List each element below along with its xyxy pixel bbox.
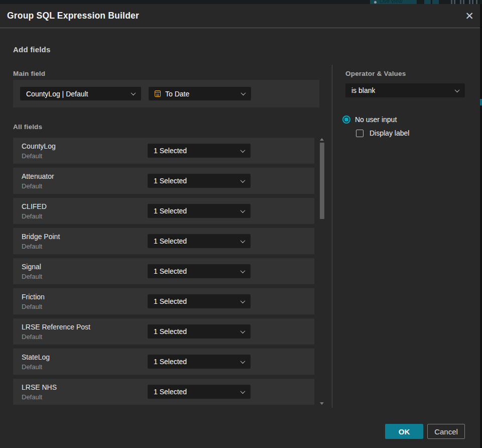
close-icon[interactable]: ✕ <box>461 8 478 25</box>
ok-button[interactable]: OK <box>385 424 423 439</box>
values-select-value: 1 Selected <box>154 358 187 366</box>
scroll-up-icon[interactable] <box>320 138 324 141</box>
screen: Live view Group SQL Expression Builder ✕… <box>0 0 482 448</box>
add-fields-heading: Add fields <box>13 45 51 54</box>
values-select-value: 1 Selected <box>154 237 187 245</box>
field-name: Bridge Point <box>22 233 60 241</box>
field-values-select[interactable]: 1 Selected <box>148 234 251 248</box>
field-row-statelog: StateLog Default 1 Selected <box>13 349 314 375</box>
toolbar-bar-icon <box>460 0 461 4</box>
toolbar-bar-icon <box>472 0 473 4</box>
chevron-down-icon <box>131 90 136 95</box>
checkbox-unchecked-icon <box>356 130 364 137</box>
chevron-down-icon <box>240 178 246 183</box>
field-values-select[interactable]: 1 Selected <box>148 355 251 369</box>
field-layer: Default <box>22 212 42 220</box>
cancel-button[interactable]: Cancel <box>427 424 465 439</box>
background-app-edge <box>480 4 482 448</box>
main-field-label: Main field <box>13 70 45 77</box>
field-values-select[interactable]: 1 Selected <box>148 385 251 399</box>
field-layer: Default <box>22 363 42 371</box>
display-label-checkbox[interactable]: Display label <box>356 129 409 137</box>
field-layer: Default <box>22 152 42 160</box>
field-values-select[interactable]: 1 Selected <box>148 294 251 308</box>
display-label-text: Display label <box>370 129 409 137</box>
chevron-down-icon <box>240 328 246 333</box>
no-user-input-label: No user input <box>355 116 397 124</box>
dialog-title: Group SQL Expression Builder <box>7 11 139 21</box>
field-layer: Default <box>22 333 42 341</box>
field-row-signal: Signal Default 1 Selected <box>13 258 314 284</box>
toolbar-bar-icon <box>463 0 464 4</box>
main-field-box: CountyLog | Default To Date <box>13 80 319 107</box>
operator-select[interactable]: is blank <box>345 83 465 97</box>
field-row-friction: Friction Default 1 Selected <box>13 288 314 314</box>
field-row-lrse-reference-post: LRSE Reference Post Default 1 Selected <box>13 318 314 345</box>
values-select-value: 1 Selected <box>154 297 187 305</box>
values-select-value: 1 Selected <box>154 207 187 215</box>
values-select-value: 1 Selected <box>154 327 187 335</box>
field-layer: Default <box>22 182 42 190</box>
values-select-value: 1 Selected <box>154 267 187 275</box>
chevron-down-icon <box>240 208 246 213</box>
field-row-attenuator: Attenuator Default 1 Selected <box>13 168 314 194</box>
values-select-value: 1 Selected <box>154 147 187 155</box>
toolbar-bar-icon <box>451 0 452 4</box>
no-user-input-radio[interactable]: No user input <box>342 116 397 124</box>
background-app-bar: Live view <box>0 0 482 4</box>
field-row-lrse-nhs: LRSE NHS Default 1 Selected <box>13 379 314 405</box>
field-layer: Default <box>22 273 42 280</box>
operator-values-heading: Operator & Values <box>345 70 406 77</box>
field-name: CLIFED <box>22 202 47 210</box>
chevron-down-icon <box>240 238 246 243</box>
all-fields-label: All fields <box>13 123 42 131</box>
field-values-select[interactable]: 1 Selected <box>148 264 251 278</box>
operator-select-value: is blank <box>351 86 375 94</box>
scroll-down-icon[interactable] <box>320 402 324 405</box>
toolbar-bar-icon <box>454 0 455 4</box>
group-sql-expression-builder-dialog: Group SQL Expression Builder ✕ Add field… <box>0 4 480 448</box>
field-name: LRSE Reference Post <box>22 323 90 331</box>
dialog-header: Group SQL Expression Builder ✕ <box>0 4 480 28</box>
radio-selected-icon <box>342 116 350 124</box>
field-layer: Default <box>22 243 42 250</box>
field-values-select[interactable]: 1 Selected <box>148 324 251 339</box>
background-app-edge-accent <box>480 99 482 105</box>
field-select-value: To Date <box>165 90 189 98</box>
toolbar-icon <box>432 0 439 4</box>
chevron-down-icon <box>455 87 460 92</box>
scrollbar-thumb[interactable] <box>320 143 324 219</box>
field-name: StateLog <box>22 353 50 361</box>
toolbar-icon <box>424 0 431 4</box>
chevron-down-icon <box>240 148 246 153</box>
values-select-value: 1 Selected <box>154 177 187 185</box>
all-fields-list: CountyLog Default 1 Selected Attenuator … <box>13 138 314 405</box>
main-field-field-select[interactable]: To Date <box>149 87 251 100</box>
field-name: Friction <box>22 293 45 301</box>
field-layer: Default <box>22 303 42 310</box>
toolbar-bar-icon <box>476 0 477 4</box>
field-values-select[interactable]: 1 Selected <box>148 204 251 218</box>
chevron-down-icon <box>240 359 246 364</box>
live-dot-icon <box>374 1 377 4</box>
field-layer: Default <box>22 393 42 401</box>
field-values-select[interactable]: 1 Selected <box>148 174 251 188</box>
panel-divider <box>332 65 332 408</box>
live-view-label: Live view <box>380 0 402 4</box>
field-name: Attenuator <box>22 172 54 180</box>
field-name: LRSE NHS <box>22 383 57 391</box>
field-row-bridge-point: Bridge Point Default 1 Selected <box>13 228 314 254</box>
field-values-select[interactable]: 1 Selected <box>148 144 251 158</box>
fields-scrollbar[interactable] <box>319 137 325 411</box>
toolbar-bar-icon <box>469 0 470 4</box>
chevron-down-icon <box>240 298 246 303</box>
chevron-down-icon <box>240 389 246 394</box>
field-row-countylog: CountyLog Default 1 Selected <box>13 138 314 164</box>
layer-select-value: CountyLog | Default <box>26 90 88 98</box>
chevron-down-icon <box>240 268 246 273</box>
chevron-down-icon <box>241 90 246 95</box>
main-field-layer-select[interactable]: CountyLog | Default <box>20 87 141 100</box>
values-select-value: 1 Selected <box>154 388 187 396</box>
field-row-clifed: CLIFED Default 1 Selected <box>13 198 314 224</box>
live-view-button[interactable]: Live view <box>370 0 417 4</box>
